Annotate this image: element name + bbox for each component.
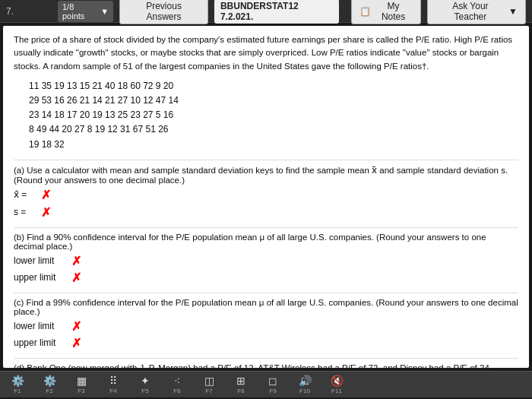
b-lower-label: lower limit <box>14 255 67 266</box>
f1-key[interactable]: ⚙️ F1 <box>6 375 29 394</box>
f8-icon: ⊞ <box>236 375 245 387</box>
f1-icon: ⚙️ <box>11 375 24 387</box>
f5-icon: ✦ <box>141 375 150 387</box>
part-c-section: (c) Find a 99% confidence interval for t… <box>14 298 518 350</box>
part-d-label: (d) Bank One (now merged with J. P. Morg… <box>14 363 518 368</box>
c-lower-row: lower limit ✗ <box>14 319 518 334</box>
b-upper-incorrect-icon: ✗ <box>71 271 81 285</box>
f3-key[interactable]: ▦ F3 <box>70 375 93 394</box>
xbar-row: x̄ = ✗ <box>14 188 518 202</box>
points-badge[interactable]: 1/8 points ▼ <box>58 1 113 22</box>
f10-key[interactable]: 🔊 F10 <box>293 375 316 394</box>
f5-key[interactable]: ✦ F5 <box>134 375 157 394</box>
b-upper-row: upper limit ✗ <box>14 271 518 285</box>
f8-key[interactable]: ⊞ F8 <box>230 375 252 394</box>
f4-icon: ⠿ <box>109 375 117 387</box>
f2-key[interactable]: ⚙️ F2 <box>38 375 61 394</box>
main-content: The price of a share of stock divided by… <box>3 26 529 368</box>
notes-icon: 📋 <box>359 6 371 17</box>
s-row: s = ✗ <box>14 205 518 220</box>
previous-answers-button[interactable]: Previous Answers <box>119 0 208 24</box>
intro-paragraph: The price of a share of stock divided by… <box>14 33 518 73</box>
f7-key[interactable]: ◫ F7 <box>198 375 220 394</box>
part-d-section: (d) Bank One (now merged with J. P. Morg… <box>14 363 518 368</box>
f11-icon: 🔇 <box>331 375 344 387</box>
b-lower-incorrect-icon: ✗ <box>71 254 81 268</box>
f3-icon: ▦ <box>77 375 87 387</box>
xbar-label: x̄ = <box>14 189 36 200</box>
part-b-label: (b) Find a 90% confidence interval for t… <box>14 233 518 251</box>
ask-teacher-button[interactable]: Ask Your Teacher ▼ <box>427 0 526 24</box>
f9-icon: ◻ <box>268 375 277 387</box>
c-upper-label: upper limit <box>14 337 67 348</box>
f9-key[interactable]: ◻ F9 <box>261 375 284 394</box>
s-incorrect-icon: ✗ <box>41 205 51 220</box>
c-lower-label: lower limit <box>14 321 67 331</box>
c-lower-incorrect-icon: ✗ <box>71 319 81 334</box>
part-a-section: (a) Use a calculator with mean and sampl… <box>14 165 518 220</box>
points-label: 1/8 points <box>62 2 98 21</box>
my-notes-button[interactable]: 📋 My Notes <box>351 0 420 24</box>
xbar-incorrect-icon: ✗ <box>41 188 51 202</box>
f4-key[interactable]: ⠿ F4 <box>102 375 125 394</box>
f2-icon: ⚙️ <box>43 375 56 387</box>
chevron-down-icon: ▼ <box>508 6 518 17</box>
data-row-1: 11 35 19 13 15 21 40 18 60 72 9 20 <box>29 79 518 93</box>
data-row-3: 23 14 18 17 20 19 13 25 23 27 5 16 <box>29 108 518 122</box>
chevron-down-icon: ▼ <box>100 7 109 16</box>
bottom-taskbar: ⚙️ F1 ⚙️ F2 ▦ F3 ⠿ F4 ✦ F5 ⁖ F6 ◫ F7 ⊞ F… <box>0 371 532 397</box>
f11-key[interactable]: 🔇 F11 <box>325 375 348 394</box>
data-table: 11 35 19 13 15 21 40 18 60 72 9 20 29 53… <box>29 79 518 152</box>
b-upper-label: upper limit <box>14 272 67 283</box>
b-lower-row: lower limit ✗ <box>14 254 518 268</box>
f6-key[interactable]: ⁖ F6 <box>166 375 188 394</box>
s-label: s = <box>14 207 36 217</box>
c-upper-incorrect-icon: ✗ <box>71 336 81 350</box>
data-row-5: 19 18 32 <box>29 138 518 152</box>
data-row-4: 8 49 44 20 27 8 19 12 31 67 51 26 <box>29 122 518 137</box>
data-row-2: 29 53 16 26 21 14 21 27 10 12 47 14 <box>29 93 518 108</box>
part-b-section: (b) Find a 90% confidence interval for t… <box>14 233 518 285</box>
part-c-label: (c) Find a 99% confidence interval for t… <box>14 298 518 316</box>
c-upper-row: upper limit ✗ <box>14 336 518 350</box>
f10-icon: 🔊 <box>299 375 312 387</box>
f6-icon: ⁖ <box>174 375 180 387</box>
f7-icon: ◫ <box>204 375 214 387</box>
assignment-title: BBUNDERSTAT12 7.2.021. <box>214 0 340 24</box>
problem-number: 7. <box>6 6 52 17</box>
part-a-label: (a) Use a calculator with mean and sampl… <box>14 165 518 185</box>
